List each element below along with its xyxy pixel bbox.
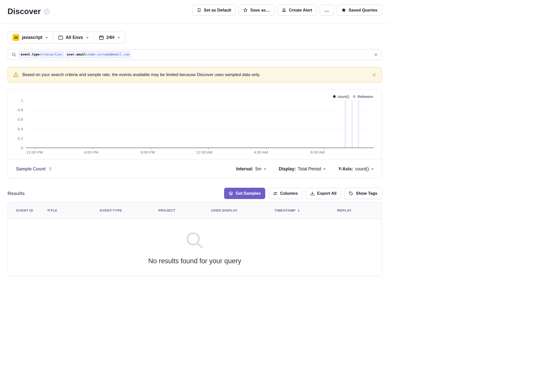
empty-results-state: No results found for your query [8, 219, 382, 276]
results-title: Results [8, 191, 25, 196]
window-icon [58, 35, 63, 40]
interval-value: 5m [255, 166, 261, 172]
search-token[interactable]: event.type:transaction [19, 51, 64, 58]
gridline [26, 100, 374, 101]
chevron-down-icon [117, 36, 120, 39]
help-icon[interactable]: ? [44, 9, 49, 14]
show-tags-button[interactable]: Show Tags [344, 188, 382, 199]
columns-button[interactable]: Columns [268, 188, 302, 199]
legend-item-count[interactable]: count() [333, 94, 349, 99]
x-axis-labels: 12:00 PM 4:00 PM 8:00 PM 12:00 AM 4:00 A… [26, 148, 366, 157]
environment-filter-label: All Envs [66, 35, 83, 40]
column-header-project[interactable]: PROJECT [158, 209, 211, 212]
export-all-button[interactable]: Export All [306, 188, 341, 199]
set-as-default-button[interactable]: Set as Default [192, 5, 236, 16]
siren-icon [282, 8, 286, 12]
interval-label: Interval: [236, 166, 253, 172]
column-header-replay[interactable]: REPLAY [337, 209, 352, 212]
results-header-row: Results Get Samples Columns [8, 188, 382, 199]
column-label: REPLAY [337, 209, 352, 212]
search-input[interactable]: event.type:transaction user.email:name.s… [8, 49, 382, 60]
button-label: Create Alert [289, 8, 312, 13]
saved-queries-button[interactable]: Saved Queries [337, 5, 382, 16]
token-key: user.email: [67, 53, 88, 56]
column-header-event-id[interactable]: EVENT ID [16, 209, 47, 212]
count-series-dot-icon [333, 95, 336, 98]
main-content: JS javascript All Envs 24H [0, 24, 389, 276]
y-tick-label: 0.6 [18, 117, 23, 122]
legend-item-releases[interactable]: Releases [353, 94, 373, 99]
column-label: EVENT ID [16, 209, 33, 212]
chevron-down-icon [371, 167, 374, 171]
gridline [26, 139, 374, 139]
button-label: Save as… [250, 8, 270, 13]
bookmark-icon [197, 8, 201, 12]
column-label: USER.DISPLAY [211, 209, 238, 212]
page-filter-bar: JS javascript All Envs 24H [8, 32, 125, 43]
plot-row: 1 0.8 0.6 0.4 0.2 0 [8, 100, 374, 148]
column-label: TITLE [47, 209, 57, 212]
page-header: Discover ? Set as Default Save as… Cre [0, 0, 389, 24]
token-value: name.surname@email.com [88, 53, 129, 56]
results-actions: Get Samples Columns Export All [224, 188, 382, 199]
display-value: Total Period [298, 166, 321, 172]
dismiss-warning-icon[interactable] [372, 73, 376, 77]
interval-dropdown[interactable]: Interval: 5m [236, 166, 266, 172]
button-label: Export All [317, 191, 336, 196]
sample-count-label: Sample Count [16, 166, 46, 172]
legend-label: count() [337, 94, 349, 99]
column-label: TIMESTAMP [275, 209, 296, 212]
project-filter-label: javascript [22, 35, 42, 40]
x-tick-label: 12:00 AM [196, 150, 213, 155]
chart-plot[interactable] [26, 100, 374, 148]
button-label: Columns [280, 191, 298, 196]
x-tick-label: 8:00 PM [141, 150, 155, 155]
column-header-title[interactable]: TITLE [47, 209, 100, 212]
releases-series-dot-icon [353, 95, 356, 98]
timeframe-filter[interactable]: 24H [94, 32, 125, 43]
column-header-timestamp[interactable]: TIMESTAMP [275, 209, 337, 212]
gridline [26, 119, 374, 120]
discover-page: Discover ? Set as Default Save as… Cre [0, 0, 389, 276]
column-header-user-display[interactable]: USER.DISPLAY [211, 209, 275, 212]
display-dropdown[interactable]: Display: Total Period [279, 166, 326, 172]
chevron-down-icon [323, 167, 326, 171]
star-outline-icon [243, 8, 248, 12]
y-tick-label: 0.4 [18, 127, 23, 131]
yaxis-label: Y-Axis: [338, 166, 353, 172]
create-alert-button[interactable]: Create Alert [277, 5, 317, 16]
column-label: PROJECT [158, 209, 175, 212]
empty-search-icon [184, 230, 206, 251]
tag-icon [349, 191, 353, 196]
clear-search-icon[interactable] [374, 53, 378, 57]
x-tick-label: 12:00 PM [26, 150, 43, 155]
results-table: EVENT ID TITLE EVENT.TYPE PROJECT USER.D… [8, 202, 382, 276]
display-label: Display: [279, 166, 296, 172]
release-line [352, 100, 352, 148]
project-filter[interactable]: JS javascript [8, 32, 53, 43]
chart-footer-controls: Interval: 5m Display: Total Period [236, 166, 374, 172]
search-token[interactable]: user.email:name.surname@email.com [65, 51, 131, 58]
ellipsis-icon: … [324, 8, 329, 13]
more-options-button[interactable]: … [320, 5, 334, 16]
header-actions: Set as Default Save as… Create Alert … [192, 5, 382, 16]
gridline [26, 110, 374, 110]
x-tick-label: 4:00 AM [254, 150, 268, 155]
button-label: Saved Queries [349, 8, 377, 13]
y-tick-label: 0.2 [18, 136, 23, 141]
environment-filter[interactable]: All Envs [53, 32, 94, 43]
sort-desc-arrow-icon [297, 209, 301, 212]
button-label: Set as Default [204, 8, 231, 13]
legend-label: Releases [357, 94, 373, 99]
javascript-platform-icon: JS [13, 34, 19, 41]
release-line [345, 100, 346, 148]
chevron-down-icon [263, 167, 267, 171]
save-as-button[interactable]: Save as… [239, 5, 274, 16]
get-samples-button[interactable]: Get Samples [224, 188, 265, 199]
download-icon [310, 191, 315, 196]
release-line [358, 100, 359, 148]
yaxis-dropdown[interactable]: Y-Axis: count() [338, 166, 374, 172]
search-icon [12, 52, 16, 57]
button-label: Show Tags [356, 191, 377, 196]
column-header-event-type[interactable]: EVENT.TYPE [100, 209, 158, 212]
